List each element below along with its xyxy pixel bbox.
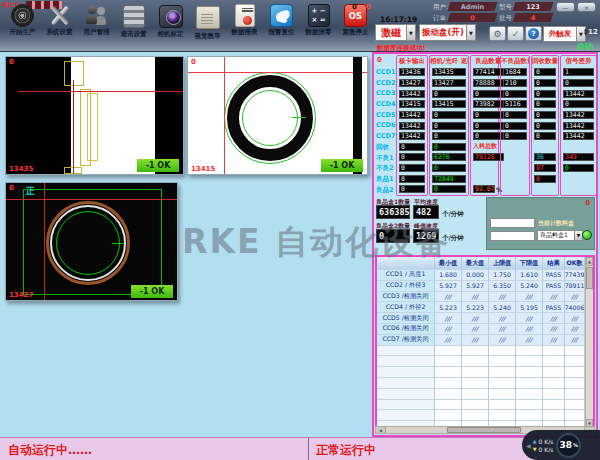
stats-cell: 0 — [501, 120, 529, 131]
camera-view-ccd2[interactable]: 0 13415 -1 OK — [187, 56, 368, 175]
cell-empty — [462, 389, 489, 400]
help-button[interactable]: ? — [525, 26, 542, 41]
stat-value: 0 — [432, 122, 466, 130]
cell-value: 5.195 — [516, 302, 543, 313]
measure-tick — [292, 117, 306, 118]
app-window: 界IC8 开始生产系统设置用户管理通讯设置相机标定视觉教导数据报表报警复位数据清… — [0, 0, 600, 460]
table-row-empty — [377, 378, 585, 389]
user-management-icon — [84, 4, 109, 27]
table-row-empty — [377, 367, 585, 378]
stat-value: 6276 — [432, 153, 466, 161]
stats-cell: 13415 — [430, 99, 468, 110]
toolbar-item-camera-calibration[interactable]: 相机标定 — [152, 4, 189, 41]
stats-group-title: 不良品数量 — [501, 56, 529, 67]
stat-value: 0 — [534, 122, 556, 130]
toolbar-item-start-production[interactable]: 开始生产 — [4, 4, 41, 41]
stats-cell — [501, 141, 529, 152]
stat-value: 0 — [473, 111, 504, 119]
toolbar-item-user-management[interactable]: 用户管理 — [78, 4, 115, 41]
user-label: 用户: — [433, 3, 448, 12]
table-row[interactable]: CCD6 /检测关闭////////////////// — [377, 324, 585, 335]
net-speed-widget[interactable]: ◀ ▲0 K/s ▼0 K/s 38% — [522, 430, 600, 460]
cell-empty — [462, 356, 489, 367]
stats-row-labels: 0CCD1CCD2CCD3CCD4CCD5CCD6CCD7回收不良1不良2良品1… — [375, 55, 396, 196]
toolbar-item-label: 用户管理 — [84, 28, 110, 37]
excitation-dropdown[interactable]: 激磁 ▼ — [375, 24, 416, 41]
stats-group-1: 相机/光纤 返回1343513427013415000062760728490 — [429, 55, 469, 196]
stepper-arrows-icon[interactable]: ▲▼ — [584, 28, 587, 36]
stat-value: 0 — [503, 111, 527, 119]
stats-corner-count: 0 — [375, 55, 396, 67]
toolbar-item-comm-settings[interactable]: 通讯设置 — [115, 4, 152, 41]
camera-view-ccd1[interactable]: 0 13435 -1 OK — [5, 56, 184, 175]
results-table: 最小值最大值上限值下限值结果OK数CCD1 / 高度11.6800.0001.7… — [377, 257, 585, 428]
crosshair-vertical-line — [73, 80, 74, 174]
trigger-mode-label: 外触发 — [543, 26, 577, 42]
stats-cell: 13427 — [430, 78, 468, 89]
collapse-arrow-icon[interactable]: ◀ — [526, 442, 531, 449]
status-divider — [308, 438, 309, 460]
camera1-result-badge: -1 OK — [137, 159, 179, 172]
stats-cell: 0 — [430, 88, 468, 99]
toolbar-item-label: 系统设置 — [47, 28, 73, 37]
cell-empty — [489, 400, 516, 411]
start-production-icon — [11, 4, 34, 27]
stats-cell: 13436 — [397, 67, 427, 78]
table-row[interactable]: CCD7 /检测关闭////////////////// — [377, 335, 585, 346]
stats-row-label: CCD3 — [375, 88, 396, 99]
scroll-up-icon[interactable]: ▲ — [586, 257, 593, 266]
vibration-bowl-dropdown[interactable]: 振动盘(开) ▼ — [419, 24, 476, 41]
table-row-empty — [377, 410, 585, 421]
toolbar-item-label: 数据报表 — [232, 28, 258, 37]
stat-value: 210 — [503, 79, 527, 87]
cell-empty — [516, 410, 543, 421]
vertical-scrollbar[interactable]: ▲ ▼ — [585, 257, 593, 428]
table-row[interactable]: CCD5 /检测关闭////////////////// — [377, 313, 585, 324]
good-box1-count: 636385 — [376, 205, 410, 219]
stats-cell: 13442 — [397, 131, 427, 142]
chevron-down-icon[interactable]: ▼ — [407, 24, 416, 41]
trigger-mode-dropdown[interactable]: 外触发 ▼ — [543, 26, 586, 42]
stat-value: 77414 — [473, 68, 504, 76]
stats-cell: 13442 — [397, 88, 427, 99]
confirm-button[interactable]: ✓ — [507, 26, 524, 41]
results-table-frame: 最小值最大值上限值下限值结果OK数CCD1 / 高度11.6800.0001.7… — [375, 255, 595, 430]
cell-empty — [543, 410, 565, 421]
camera-view-ccd3[interactable]: 正 0 13427 -1 OK — [5, 182, 178, 301]
settings-button[interactable]: ⚙ — [489, 26, 506, 41]
toolbar-item-alarm-reset[interactable]: 报警复位 — [263, 4, 300, 41]
camera3-result-badge: -1 OK — [131, 285, 173, 298]
stat-value: 13442 — [399, 122, 425, 130]
table-row[interactable]: CCD3 /检测关闭////////////////// — [377, 292, 585, 303]
net-rates: ▲0 K/s ▼0 K/s — [533, 438, 554, 453]
tray-dropdown[interactable]: 良品料盒1 ▼ — [537, 230, 583, 241]
cell-empty — [543, 346, 565, 357]
stats-cell: 0 — [532, 120, 558, 131]
table-row[interactable]: CCD2 / 外径35.9275.9276.3505.240PASS78911 — [377, 281, 585, 292]
stats-cell — [561, 173, 596, 184]
scrollbar-thumb[interactable] — [586, 267, 593, 289]
minimize-button[interactable]: — — [556, 2, 575, 12]
scroll-left-icon[interactable]: ◀ — [376, 427, 386, 433]
toolbar-item-vision-teaching[interactable]: 视觉教导 — [189, 4, 226, 41]
cell-empty — [435, 378, 462, 389]
toolbar-item-system-settings[interactable]: 系统设置 — [41, 4, 78, 41]
tray-input-2[interactable] — [490, 231, 535, 241]
table-row[interactable]: CCD4 / 外径25.2235.2235.2405.195PASS74006 — [377, 302, 585, 313]
row-label: CCD2 / 外径3 — [377, 281, 435, 292]
stats-cell: 0 — [561, 163, 596, 174]
stat-value: 0 — [534, 100, 556, 108]
run-status-left: 自动运行中…… — [8, 442, 92, 459]
toolbar-item-data-report[interactable]: 数据报表 — [226, 4, 263, 41]
chevron-down-icon[interactable]: ▼ — [467, 24, 476, 41]
tray-input-1[interactable] — [490, 218, 535, 228]
table-row[interactable]: CCD1 / 高度11.6800.0001.7501.610PASS77439 — [377, 270, 585, 281]
camera2-counter: 0 — [191, 58, 196, 66]
toolbar-item-data-clear[interactable]: 数据清零 — [300, 4, 337, 41]
scrollbar-thumb[interactable] — [447, 427, 521, 433]
trigger-count-stepper[interactable]: ▲▼ 12 — [584, 28, 598, 36]
stat-value: 5116 — [503, 100, 527, 108]
close-button[interactable]: × — [577, 2, 596, 12]
cell-empty — [377, 356, 435, 367]
stats-cell: 13442 — [561, 88, 596, 99]
